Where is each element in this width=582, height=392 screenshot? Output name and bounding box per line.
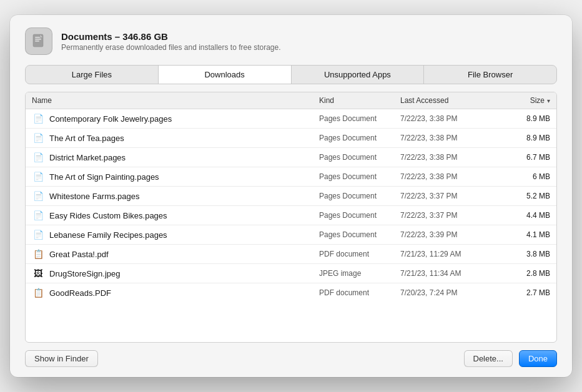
header-text: Documents – 346.86 GB Permanently erase … — [61, 31, 281, 52]
dialog-subtitle: Permanently erase downloaded files and i… — [61, 43, 281, 52]
row-size-cell: 6 MB — [494, 172, 550, 181]
file-name: Easy Rides Custom Bikes.pages — [49, 211, 167, 220]
row-accessed-cell: 7/21/23, 11:29 AM — [400, 250, 494, 258]
tabs-bar: Large Files Downloads Unsupported Apps F… — [25, 65, 557, 84]
done-button[interactable]: Done — [519, 350, 557, 367]
row-name-cell: 📄 Lebanese Family Recipes.pages — [32, 228, 319, 241]
row-kind-cell: Pages Document — [319, 192, 400, 200]
table-row[interactable]: 📄 Contemporary Folk Jewelry.pages Pages … — [26, 109, 556, 129]
row-size-cell: 4.1 MB — [494, 230, 550, 239]
row-kind-cell: Pages Document — [319, 114, 400, 123]
table-row[interactable]: 📄 Whitestone Farms.pages Pages Document … — [26, 187, 556, 206]
file-name: The Art of Sign Painting.pages — [49, 172, 159, 182]
tab-unsupported-apps[interactable]: Unsupported Apps — [292, 66, 425, 84]
row-accessed-cell: 7/22/23, 3:38 PM — [400, 134, 494, 142]
col-header-accessed: Last Accessed — [400, 96, 494, 105]
row-name-cell: 📄 Whitestone Farms.pages — [32, 190, 319, 202]
file-type-icon: 📄 — [32, 209, 44, 222]
table-row[interactable]: 📄 The Art of Sign Painting.pages Pages D… — [26, 167, 556, 187]
tab-file-browser[interactable]: File Browser — [424, 66, 556, 84]
row-kind-cell: PDF document — [319, 250, 400, 258]
tab-downloads[interactable]: Downloads — [159, 66, 292, 84]
file-type-icon: 📄 — [32, 151, 44, 164]
row-name-cell: 📄 Easy Rides Custom Bikes.pages — [32, 209, 319, 222]
file-name: Whitestone Farms.pages — [49, 192, 140, 201]
show-in-finder-button[interactable]: Show in Finder — [25, 350, 98, 367]
dialog-footer: Show in Finder Delete... Done — [10, 343, 572, 367]
table-row[interactable]: 📋 GoodReads.PDF PDF document 7/20/23, 7:… — [26, 283, 556, 302]
col-header-kind: Kind — [319, 96, 400, 105]
tab-large-files[interactable]: Large Files — [26, 66, 159, 84]
file-name: Contemporary Folk Jewelry.pages — [49, 114, 172, 124]
file-name: DrugStoreSign.jpeg — [49, 269, 120, 278]
row-size-cell: 8.9 MB — [494, 134, 550, 142]
svg-rect-3 — [35, 41, 39, 42]
file-name: District Market.pages — [49, 153, 126, 162]
row-kind-cell: JPEG image — [319, 269, 400, 278]
dialog-header: Documents – 346.86 GB Permanently erase … — [10, 15, 572, 65]
file-type-icon: 📋 — [32, 287, 44, 299]
table-row[interactable]: 📄 Easy Rides Custom Bikes.pages Pages Do… — [26, 206, 556, 225]
row-kind-cell: PDF document — [319, 288, 400, 297]
file-name: Great Pasta!.pdf — [49, 250, 109, 259]
table-body: 📄 Contemporary Folk Jewelry.pages Pages … — [26, 109, 556, 342]
table-header-row: Name Kind Last Accessed Size ▾ — [26, 92, 556, 109]
row-accessed-cell: 7/22/23, 3:37 PM — [400, 192, 494, 200]
row-kind-cell: Pages Document — [319, 153, 400, 162]
row-accessed-cell: 7/22/23, 3:38 PM — [400, 172, 494, 181]
file-type-icon: 📄 — [32, 170, 44, 183]
documents-dialog: Documents – 346.86 GB Permanently erase … — [10, 15, 572, 377]
file-type-icon: 📋 — [32, 248, 44, 260]
table-row[interactable]: 📄 The Art of Tea.pages Pages Document 7/… — [26, 129, 556, 148]
row-size-cell: 3.8 MB — [494, 250, 550, 258]
table-row[interactable]: 📋 Great Pasta!.pdf PDF document 7/21/23,… — [26, 245, 556, 264]
row-name-cell: 📋 GoodReads.PDF — [32, 287, 319, 299]
file-type-icon: 📄 — [32, 228, 44, 241]
row-accessed-cell: 7/22/23, 3:38 PM — [400, 153, 494, 162]
row-kind-cell: Pages Document — [319, 230, 400, 239]
file-type-icon: 📄 — [32, 132, 44, 144]
row-name-cell: 📋 Great Pasta!.pdf — [32, 248, 319, 260]
row-name-cell: 📄 District Market.pages — [32, 151, 319, 164]
col-header-name: Name — [32, 96, 319, 105]
file-table: Name Kind Last Accessed Size ▾ 📄 Contemp… — [25, 92, 557, 343]
file-type-icon: 🖼 — [32, 267, 44, 280]
row-accessed-cell: 7/21/23, 11:34 AM — [400, 269, 494, 278]
row-size-cell: 2.7 MB — [494, 288, 550, 297]
row-size-cell: 2.8 MB — [494, 269, 550, 278]
row-name-cell: 📄 The Art of Tea.pages — [32, 132, 319, 144]
row-name-cell: 🖼 DrugStoreSign.jpeg — [32, 267, 319, 280]
file-name: Lebanese Family Recipes.pages — [49, 230, 167, 240]
row-size-cell: 4.4 MB — [494, 211, 550, 220]
row-kind-cell: Pages Document — [319, 211, 400, 220]
row-name-cell: 📄 The Art of Sign Painting.pages — [32, 170, 319, 183]
table-row[interactable]: 🖼 DrugStoreSign.jpeg JPEG image 7/21/23,… — [26, 264, 556, 283]
table-row[interactable]: 📄 District Market.pages Pages Document 7… — [26, 148, 556, 167]
file-name: GoodReads.PDF — [49, 288, 111, 298]
row-accessed-cell: 7/22/23, 3:39 PM — [400, 230, 494, 239]
documents-icon — [25, 27, 52, 55]
table-row[interactable]: 📄 Lebanese Family Recipes.pages Pages Do… — [26, 225, 556, 245]
row-size-cell: 5.2 MB — [494, 192, 550, 200]
svg-rect-2 — [35, 39, 41, 40]
row-accessed-cell: 7/22/23, 3:37 PM — [400, 211, 494, 220]
sort-icon: ▾ — [547, 97, 550, 104]
file-name: The Art of Tea.pages — [49, 134, 124, 143]
delete-button[interactable]: Delete... — [464, 350, 513, 367]
file-type-icon: 📄 — [32, 190, 44, 202]
col-header-size[interactable]: Size ▾ — [494, 96, 550, 105]
row-accessed-cell: 7/20/23, 7:24 PM — [400, 288, 494, 297]
row-kind-cell: Pages Document — [319, 172, 400, 181]
row-size-cell: 6.7 MB — [494, 153, 550, 162]
row-accessed-cell: 7/22/23, 3:38 PM — [400, 114, 494, 123]
row-size-cell: 8.9 MB — [494, 114, 550, 123]
dialog-title: Documents – 346.86 GB — [61, 31, 281, 42]
file-type-icon: 📄 — [32, 112, 44, 125]
row-kind-cell: Pages Document — [319, 134, 400, 142]
row-name-cell: 📄 Contemporary Folk Jewelry.pages — [32, 112, 319, 125]
